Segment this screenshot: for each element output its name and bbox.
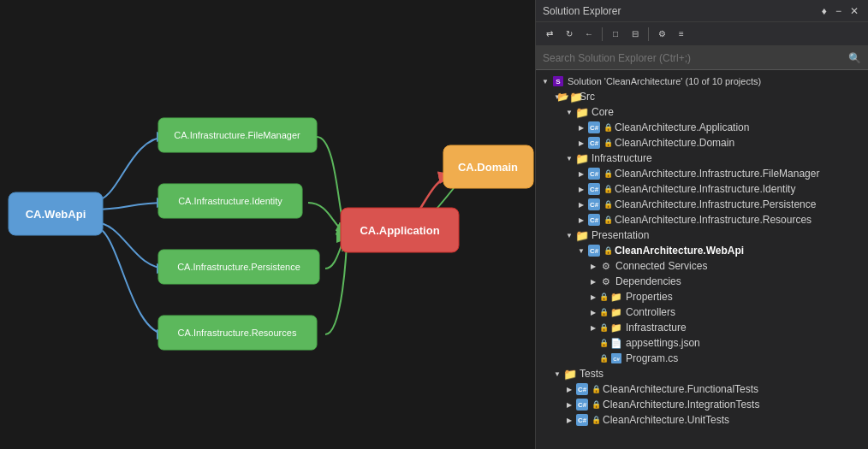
lock-icon-unit: 🔒 — [592, 416, 601, 424]
lock-icon-pe: 🔒 — [603, 200, 613, 209]
close-icon[interactable]: ✕ — [847, 4, 861, 18]
tree-item-controllers[interactable]: 🔒 📁 Controllers — [536, 304, 868, 320]
svg-text:C#: C# — [590, 201, 599, 209]
tree-item-ca-application[interactable]: C# 🔒 CleanArchitecture.Application — [536, 120, 868, 135]
infra-id-arrow[interactable] — [575, 183, 587, 195]
tree-item-appsettings[interactable]: 🔒 📄 appsettings.json — [536, 335, 868, 351]
sync-button[interactable]: ⇄ — [541, 26, 558, 43]
appsettings-arrow — [587, 337, 599, 349]
ca-domain-icon: C# — [587, 136, 601, 150]
infra-fm-icon: C# — [587, 167, 601, 180]
tree-item-solution[interactable]: S Solution 'CleanArchitecture' (10 of 10… — [536, 74, 868, 89]
tests-label: Tests — [580, 368, 603, 380]
infra-fm-arrow[interactable] — [575, 168, 587, 180]
tree-item-connected[interactable]: ⚙ Connected Services — [536, 258, 868, 274]
src-folder-icon: 📁 — [563, 90, 577, 103]
webapi-tree-arrow[interactable] — [575, 245, 587, 257]
identity-label: CA.Infrastructure.Identity — [178, 196, 282, 206]
tree-item-core[interactable]: 📁 Core — [536, 104, 868, 120]
deps-arrow[interactable] — [587, 275, 599, 287]
tree-item-infrastructure[interactable]: 📁 Infrastructure — [536, 151, 868, 166]
tree-item-presentation[interactable]: 📁 Presentation — [536, 227, 868, 243]
collapse-button[interactable]: ⊟ — [627, 26, 644, 43]
tree-item-tests[interactable]: 📁 Tests — [536, 366, 868, 381]
core-arrow[interactable] — [563, 106, 575, 118]
infra-id-icon: C# — [587, 182, 601, 196]
tree-item-webapi[interactable]: C# 🔒 CleanArchitecture.WebApi — [536, 243, 868, 258]
src-label: Src — [580, 91, 595, 103]
tree-item-infra-id[interactable]: C# 🔒 CleanArchitecture.Infrastructure.Id… — [536, 181, 868, 197]
func-tests-arrow[interactable] — [563, 383, 575, 395]
solution-arrow[interactable] — [539, 75, 551, 87]
infra-folder-arrow[interactable] — [587, 322, 599, 334]
expand-icon[interactable]: − — [833, 4, 844, 18]
filemanager-label: CA.Infrastructure.FileManager — [174, 130, 300, 140]
controllers-icon: 📁 — [609, 305, 623, 319]
back-button[interactable]: ← — [580, 26, 597, 43]
se-search-bar[interactable]: 🔍 — [536, 46, 868, 70]
lock-icon-fm: 🔒 — [603, 169, 613, 178]
infra-re-label: CleanArchitecture.Infrastructure.Resourc… — [615, 214, 812, 226]
integ-tests-label: CleanArchitecture.IntegrationTests — [603, 399, 759, 411]
refresh-button[interactable]: ↻ — [561, 26, 578, 43]
toolbar-sep2 — [648, 27, 649, 41]
tree-item-infra-re[interactable]: C# 🔒 CleanArchitecture.Infrastructure.Re… — [536, 212, 868, 227]
svg-text:C#: C# — [613, 357, 620, 362]
lock-icon-webapi: 🔒 — [603, 246, 613, 255]
properties-arrow[interactable] — [587, 291, 599, 303]
pin-icon[interactable]: ♦ — [819, 4, 829, 18]
unit-tests-label: CleanArchitecture.UnitTests — [603, 414, 729, 426]
lock-icon-id: 🔒 — [603, 185, 613, 193]
tree-item-properties[interactable]: 🔒 📁 Properties — [536, 289, 868, 304]
tree-item-infra-fm[interactable]: C# 🔒 CleanArchitecture.Infrastructure.Fi… — [536, 166, 868, 181]
show-files-button[interactable]: □ — [607, 26, 624, 43]
infra-pe-arrow[interactable] — [575, 198, 587, 210]
svg-text:C#: C# — [590, 216, 599, 224]
settings-button[interactable]: ⚙ — [653, 26, 670, 43]
infra-re-arrow[interactable] — [575, 214, 587, 226]
tree-item-integ-tests[interactable]: C# 🔒 CleanArchitecture.IntegrationTests — [536, 397, 868, 412]
tree-item-program[interactable]: 🔒 C# Program.cs — [536, 351, 868, 366]
lock-icon-ctrl: 🔒 — [599, 308, 609, 316]
ca-application-label: CleanArchitecture.Application — [615, 121, 749, 133]
domain-label: CA.Domain — [458, 161, 518, 174]
presentation-folder-icon: 📁 — [575, 228, 589, 242]
webapi-tree-label: CleanArchitecture.WebApi — [615, 245, 744, 257]
controllers-arrow[interactable] — [587, 306, 599, 318]
integ-tests-arrow[interactable] — [563, 399, 575, 411]
infra-fm-label: CleanArchitecture.Infrastructure.FileMan… — [615, 168, 819, 180]
unit-tests-arrow[interactable] — [563, 414, 575, 426]
ca-application-arrow[interactable] — [575, 121, 587, 133]
search-input[interactable] — [543, 52, 848, 64]
program-label: Program.cs — [626, 352, 678, 364]
tests-arrow[interactable] — [551, 368, 563, 380]
program-cs-icon: C# — [609, 352, 623, 365]
presentation-arrow[interactable] — [563, 229, 575, 241]
infra-label: Infrastructure — [592, 152, 652, 164]
lock-icon-ifol: 🔒 — [599, 323, 609, 332]
func-tests-icon: C# — [575, 382, 589, 396]
tree-item-infra-pe[interactable]: C# 🔒 CleanArchitecture.Infrastructure.Pe… — [536, 197, 868, 212]
connected-arrow[interactable] — [587, 260, 599, 272]
func-tests-label: CleanArchitecture.FunctionalTests — [603, 383, 758, 395]
svg-text:C#: C# — [578, 386, 587, 393]
lock-icon-integ: 🔒 — [592, 400, 601, 409]
controllers-label: Controllers — [626, 306, 675, 318]
svg-text:C#: C# — [590, 186, 599, 193]
infra-id-label: CleanArchitecture.Infrastructure.Identit… — [615, 183, 795, 195]
tree-item-infra-folder[interactable]: 🔒 📁 Infrastracture — [536, 320, 868, 335]
tree-item-unit-tests[interactable]: C# 🔒 CleanArchitecture.UnitTests — [536, 412, 868, 428]
tree-item-ca-domain[interactable]: C# 🔒 CleanArchitecture.Domain — [536, 135, 868, 151]
infra-arrow[interactable] — [563, 152, 575, 164]
tree-item-deps[interactable]: ⚙ Dependencies — [536, 274, 868, 289]
webapi-label: CA.WebApi — [26, 208, 86, 221]
tree-item-src[interactable]: 📁 Src — [536, 89, 868, 104]
menu-button[interactable]: ≡ — [673, 26, 690, 43]
persistence-label: CA.Infrastructure.Persistence — [177, 262, 300, 272]
infra-folder-icon2: 📁 — [609, 321, 623, 334]
tree-item-func-tests[interactable]: C# 🔒 CleanArchitecture.FunctionalTests — [536, 381, 868, 397]
svg-text:C#: C# — [578, 401, 587, 409]
infra-pe-label: CleanArchitecture.Infrastructure.Persist… — [615, 198, 816, 210]
ca-domain-arrow[interactable] — [575, 137, 587, 149]
lock-icon-props: 🔒 — [599, 292, 609, 301]
